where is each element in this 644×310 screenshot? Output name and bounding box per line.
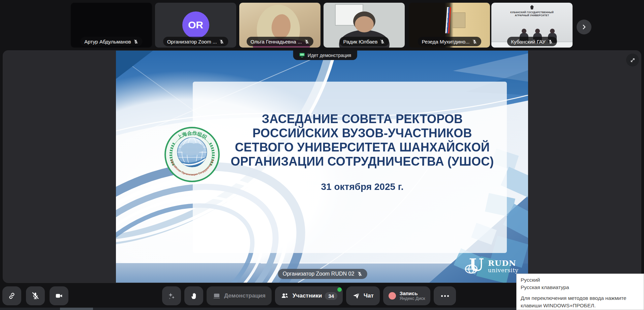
share-screen-button[interactable]: Демонстрация [207,286,272,305]
taskbar-edge-highlight [60,308,93,310]
record-button[interactable]: Запись Яндекс Диск [383,286,431,305]
camera-button[interactable] [50,286,68,305]
svg-text:U: U [469,256,484,275]
shared-slide: 上海合作组织 Шанхайская Организация Сотрудниче… [116,51,528,283]
record-sublabel: Яндекс Диск [400,296,425,301]
mic-muted-icon [304,39,309,44]
participant-tile[interactable]: Ольга Геннадьевна ... [239,3,320,48]
participant-name-pill: Кубанский ГАУ [507,37,557,46]
mic-muted-icon [472,39,477,44]
raise-hand-button[interactable] [184,286,203,305]
room-sign: КУБАНСКИЙ ГОСУДАРСТВЕННЫЙ АГРАРНЫЙ УНИВЕ… [491,11,573,17]
participant-tile[interactable]: КУБАНСКИЙ ГОСУДАРСТВЕННЫЙ АГРАРНЫЙ УНИВЕ… [491,3,573,48]
expand-icon [629,57,636,63]
camera-icon [55,291,63,300]
participant-name-pill: Организатор Zoom ... [163,37,228,46]
sharing-status-badge: Идет демонстрация [293,50,357,60]
participants-count-badge: 34 [325,292,337,300]
ime-keyboard: Русская клавиатура [521,284,640,291]
mic-muted-icon [380,39,385,44]
ime-language-tooltip: Русский Русская клавиатура Для переключе… [516,274,644,310]
participant-tile[interactable]: Радик Юлбаев [324,3,405,48]
more-icon [441,295,443,297]
participant-name-pill: Резеда Мухитдино... [418,37,481,46]
send-icon [352,292,360,300]
toolbar-left [2,286,68,305]
video-placeholder [453,12,465,28]
ai-assistant-button[interactable] [162,286,181,305]
participant-tile[interactable]: OR Организатор Zoom ... [155,3,236,48]
participant-tile[interactable]: Артур Абдульманов [71,3,152,48]
participant-name: Артур Абдульманов [84,39,131,45]
rudn-name: RUDN [488,259,519,267]
participant-name-pill: Радик Юлбаев [339,37,389,46]
participant-name-pill: Артур Абдульманов [80,37,143,46]
expand-stage-button[interactable] [626,54,639,66]
meeting-window: Артур Абдульманов OR Организатор Zoom ..… [0,0,644,310]
slide-title: ЗАСЕДАНИЕ СОВЕТА РЕКТОРОВ РОССИЙСКИХ ВУЗ… [227,112,497,169]
rudn-sub: university [488,267,519,273]
participants-label: Участники [293,292,322,299]
rudn-emblem-icon: U [464,256,485,277]
chevron-right-icon [580,23,588,31]
sharing-status-text: Идет демонстрация [308,53,351,58]
mic-muted-icon [133,39,139,44]
share-screen-label: Демонстрация [224,292,266,299]
mic-muted-icon [31,291,40,300]
sco-logo: 上海合作组织 Шанхайская Организация Сотрудниче… [164,126,220,183]
link-icon [8,292,16,300]
mic-muted-icon [219,39,224,44]
participants-active-dot [337,287,342,292]
raised-hand-icon [190,292,198,300]
participant-name: Резеда Мухитдино... [422,39,469,45]
university-logo-mark [530,5,534,9]
screen-share-icon [213,292,221,300]
video-placeholder [355,16,374,32]
participant-name: Радик Юлбаев [343,39,378,45]
host-name-pill: Организатор Zoom RUDN 02 [278,269,367,279]
host-name: Организатор Zoom RUDN 02 [283,271,355,277]
slide-date: 31 октября 2025 г. [227,181,497,192]
copy-link-button[interactable] [2,286,21,305]
record-dot-icon [389,292,396,300]
rudn-logo: U RUDN university [464,256,519,277]
record-label: Запись [400,290,425,296]
more-options-button[interactable] [434,286,456,305]
ime-hint: Для переключения методов ввода нажмите к… [521,294,640,309]
participant-tile[interactable]: Резеда Мухитдино... [409,3,490,48]
microphone-button[interactable] [26,286,45,305]
toolbar-center: Демонстрация Участники 34 Чат Запись [162,286,456,305]
russian-flag [445,7,451,34]
participant-name: Организатор Zoom ... [167,39,217,45]
chat-button[interactable]: Чат [346,286,380,305]
sparkles-icon [167,291,176,300]
participant-name: Кубанский ГАУ [511,39,545,45]
participants-icon [280,291,289,300]
ime-language: Русский [521,276,640,284]
next-participants-button[interactable] [577,20,591,34]
participant-name-pill: Ольга Геннадьевна ... [246,37,313,46]
avatar: OR [182,11,209,38]
mic-muted-icon [357,271,362,277]
screen-share-icon [299,53,305,58]
chat-label: Чат [364,292,374,299]
participant-name: Ольга Геннадьевна ... [250,39,302,45]
mic-muted-icon [548,39,553,44]
participants-button[interactable]: Участники 34 [275,286,343,305]
